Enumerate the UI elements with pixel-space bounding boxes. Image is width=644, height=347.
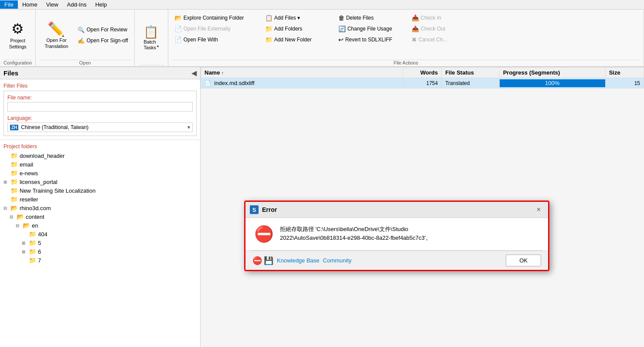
file-size-cell: 15 <box>605 78 644 88</box>
expand-icon-licenses: ⊞ <box>3 180 9 184</box>
file-progress-cell: 100% <box>499 78 605 88</box>
delete-files-label: Delete Files <box>346 15 374 21</box>
folder-licenses-portal[interactable]: ⊞ 📁 licenses_portal <box>0 177 200 186</box>
menu-help[interactable]: Help <box>91 0 111 9</box>
explore-folder-label: Explore Containing Folder <box>184 15 244 21</box>
open-group-label: Open <box>39 60 130 66</box>
folder-label-en: en <box>32 222 38 229</box>
community-link[interactable]: Community <box>323 257 352 264</box>
folder-404[interactable]: 📁 404 <box>0 230 200 238</box>
folder-enews[interactable]: 📁 e-news <box>0 169 200 177</box>
ribbon-group-open: ✏️ Open ForTranslation 🔍 Open For Review… <box>36 10 134 66</box>
check-out-button[interactable]: 📤 Check Out <box>409 24 461 34</box>
folder-download-header[interactable]: 📁 download_header <box>0 151 200 160</box>
dialog-body: ⛔ 拒絕存取路徑 'C:\Users\bella\OneDrive\文件\Stu… <box>245 218 548 250</box>
col-size[interactable]: Size <box>605 68 644 78</box>
menu-file[interactable]: File <box>0 0 18 9</box>
language-flag: ZH <box>10 125 18 130</box>
expand-icon-content: ⊟ <box>10 214 15 219</box>
dialog-titlebar: S Error × <box>245 202 548 218</box>
open-file-externally-label: Open File Externally <box>184 26 231 32</box>
file-row-0[interactable]: 📄 index.md.sdlxliff 1754 Translated 100%… <box>201 78 644 88</box>
language-select[interactable]: ZH Chinese (Traditional, Taiwan) ▾ <box>7 122 193 132</box>
folder-7[interactable]: 📁 7 <box>0 256 200 265</box>
folder-content[interactable]: ⊟ 📂 content <box>0 212 200 221</box>
revert-label: Revert to SDLXLIFF <box>345 37 392 43</box>
pencil-icon: ✏️ <box>48 21 65 37</box>
menu-home[interactable]: Home <box>18 0 42 9</box>
file-table: Name Words File Status Progress (Segment… <box>201 67 644 88</box>
signoff-icon: ✍️ <box>78 37 85 44</box>
file-with-icon: 📄 <box>174 36 182 43</box>
folder-label-reseller: reseller <box>20 196 38 203</box>
folders-title: Project folders <box>0 142 200 151</box>
check-in-label: Check In <box>421 15 441 21</box>
filename-label: File name: <box>7 95 193 101</box>
filter-section: Filter Files File name: Language: ZH Chi… <box>0 79 200 140</box>
check-in-button[interactable]: 📥 Check In <box>409 13 461 23</box>
language-label: Language: <box>7 115 193 121</box>
add-files-button[interactable]: 📋 Add Files ▾ <box>262 13 332 23</box>
add-files-label: Add Files ▾ <box>274 15 300 21</box>
open-for-translation-label: Open ForTranslation <box>44 37 68 49</box>
col-status[interactable]: File Status <box>442 68 500 78</box>
ribbon-group-configuration: ⚙ ProjectSettings Configuration <box>0 10 36 66</box>
error-message: 拒絕存取路徑 'C:\Users\bella\OneDrive\文件\Studi… <box>280 225 431 242</box>
folder-label-404: 404 <box>38 231 48 238</box>
add-folders-button[interactable]: 📁 Add Folders <box>262 24 332 34</box>
folder-icon-enews: 📁 <box>10 170 18 177</box>
folder-label-newtraining: New Training Site Localization <box>20 187 95 194</box>
collapse-panel-button[interactable]: ◀ <box>191 69 197 77</box>
folder-icon-6: 📁 <box>29 248 36 255</box>
open-for-translation-button[interactable]: ✏️ Open ForTranslation <box>39 11 73 59</box>
folder-rhino3d[interactable]: ⊟ 📂 rhino3d.com <box>0 204 200 212</box>
ribbon: ⚙ ProjectSettings Configuration ✏️ Open … <box>0 10 644 67</box>
revert-to-sdlxliff-button[interactable]: ↩ Revert to SDLXLIFF <box>336 35 405 44</box>
batch-group-label <box>138 65 164 66</box>
open-for-signoff-button[interactable]: ✍️ Open For Sign-off <box>75 36 130 45</box>
explore-containing-folder-button[interactable]: 📂 Explore Containing Folder <box>172 13 259 23</box>
open-file-externally-button[interactable]: 📄 Open File Externally <box>172 24 259 34</box>
folder-5[interactable]: ⊞ 📁 5 <box>0 238 200 247</box>
cancel-checkout-button[interactable]: ✖ Cancel Ch... <box>409 35 461 44</box>
add-folders-icon: 📁 <box>265 25 273 32</box>
col-words[interactable]: Words <box>403 68 441 78</box>
folder-en[interactable]: ⊟ 📂 en <box>0 221 200 230</box>
add-new-folder-button[interactable]: 📁 Add New Folder <box>262 35 332 44</box>
menu-addins[interactable]: Add-Ins <box>63 0 91 9</box>
footer-icons: ⛔ 💾 <box>252 256 273 265</box>
menu-view[interactable]: View <box>42 0 63 9</box>
project-settings-button[interactable]: ⚙ ProjectSettings <box>5 11 31 59</box>
checkin-icon: 📥 <box>412 14 419 21</box>
filename-input[interactable] <box>7 102 193 112</box>
gear-icon: ⚙ <box>11 20 24 37</box>
col-progress[interactable]: Progress (Segments) <box>499 68 605 78</box>
folder-open-icon: 📂 <box>174 14 182 21</box>
delete-files-button[interactable]: 🗑 Delete Files <box>336 13 405 23</box>
check-out-label: Check Out <box>421 26 446 32</box>
open-file-with-button[interactable]: 📄 Open File With <box>172 35 259 44</box>
cancelch-icon: ✖ <box>412 36 417 43</box>
folder-label-enews: e-news <box>20 170 38 177</box>
batch-tasks-button[interactable]: 📋 BatchTasks ▾ <box>138 11 164 64</box>
ok-button[interactable]: OK <box>506 255 541 266</box>
dialog-close-button[interactable]: × <box>534 204 544 215</box>
folder-reseller[interactable]: 📁 reseller <box>0 195 200 204</box>
open-for-review-button[interactable]: 🔍 Open For Review <box>75 25 130 34</box>
folder-label-email: email <box>20 161 33 168</box>
col-name[interactable]: Name <box>201 68 403 78</box>
folder-label-5: 5 <box>38 240 41 246</box>
expand-icon-rhino3d: ⊟ <box>3 206 9 211</box>
dialog-app-icon: S <box>250 205 259 214</box>
add-new-folder-label: Add New Folder <box>274 37 312 43</box>
change-usage-icon: 🔄 <box>338 25 346 32</box>
filter-title: Filter Files <box>3 83 197 89</box>
folder-new-training[interactable]: 📁 New Training Site Localization <box>0 186 200 195</box>
folder-icon-licenses: 📁 <box>10 178 18 185</box>
folder-email[interactable]: 📁 email <box>0 160 200 169</box>
ribbon-group-file-actions: 📂 Explore Containing Folder 📄 Open File … <box>168 10 644 66</box>
file-ext-icon: 📄 <box>174 25 182 32</box>
change-file-usage-button[interactable]: 🔄 Change File Usage <box>336 24 405 34</box>
knowledge-base-link[interactable]: Knowledge Base <box>277 257 320 264</box>
folder-6[interactable]: ⊞ 📁 6 <box>0 247 200 256</box>
